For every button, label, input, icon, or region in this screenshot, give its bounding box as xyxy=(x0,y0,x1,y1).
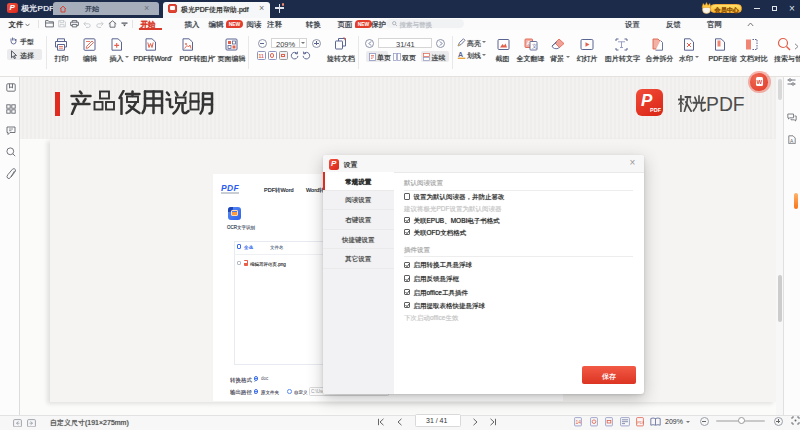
svg-text:PDF: PDF xyxy=(637,420,644,425)
svg-text:14: 14 xyxy=(576,419,582,425)
svg-text:A: A xyxy=(790,137,794,143)
svg-text:文: 文 xyxy=(532,43,538,49)
svg-text:A: A xyxy=(458,50,463,57)
